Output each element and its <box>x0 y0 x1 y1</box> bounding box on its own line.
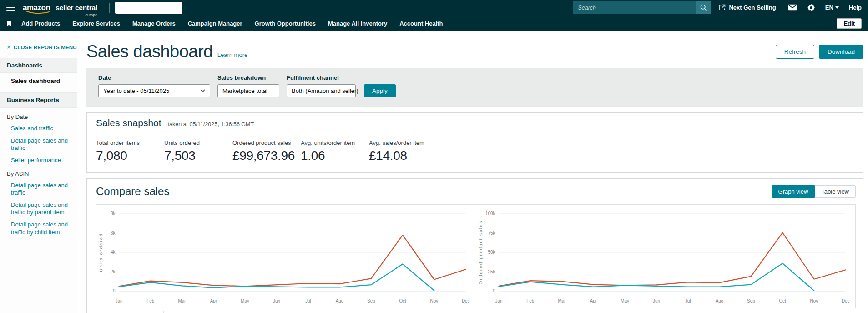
svg-text:50k: 50k <box>488 250 495 255</box>
learn-more-link[interactable]: Learn more <box>217 51 247 58</box>
date-filter-label: Date <box>98 74 210 81</box>
nav-campaign-manager[interactable]: Campaign Manager <box>188 20 242 27</box>
svg-text:Mar: Mar <box>558 298 566 303</box>
nav-manage-orders[interactable]: Manage Orders <box>132 20 176 27</box>
svg-text:Feb: Feb <box>526 298 535 303</box>
chevron-down-icon <box>835 6 839 9</box>
metric-label: Ordered product sales <box>232 139 301 146</box>
top-navigation-bar: amazon seller central europe Next Gen Se… <box>0 0 868 15</box>
language-label: EN <box>825 4 833 11</box>
gear-icon <box>807 4 815 12</box>
metric-units-ordered: Units ordered 7,503 <box>164 139 232 163</box>
search-input[interactable] <box>573 1 696 14</box>
svg-text:6k: 6k <box>111 231 115 236</box>
hamburger-menu-icon[interactable] <box>6 5 15 11</box>
search-icon <box>700 4 707 11</box>
apply-button[interactable]: Apply <box>364 84 396 97</box>
close-icon: × <box>7 44 10 51</box>
messages-button[interactable] <box>788 4 797 11</box>
svg-text:75k: 75k <box>488 231 495 236</box>
sidebar-item-detail-page-parent-item[interactable]: Detail page sales and traffic by parent … <box>0 197 77 216</box>
metric-value: £99,673.96 <box>232 149 301 163</box>
svg-text:Jan: Jan <box>116 298 123 303</box>
svg-text:Mar: Mar <box>178 298 187 303</box>
svg-text:Jan: Jan <box>495 298 502 303</box>
svg-text:Jul: Jul <box>305 298 311 303</box>
legend-divider <box>301 311 301 313</box>
sales-snapshot-card: Sales snapshot taken at 05/11/2025, 1:36… <box>86 112 863 173</box>
units-ordered-chart: 02k4k6k8kJanFebMarAprMayJunJulAugSepOctN… <box>96 205 476 308</box>
refresh-button[interactable]: Refresh <box>776 45 814 59</box>
svg-text:0: 0 <box>113 288 116 293</box>
help-link[interactable]: Help <box>849 4 862 11</box>
svg-text:Feb: Feb <box>146 298 155 303</box>
svg-text:0: 0 <box>493 288 495 293</box>
sidebar-section-business-reports: Business Reports <box>0 92 77 108</box>
channel-select-value: Both (Amazon and seller) <box>292 87 358 94</box>
global-search <box>573 1 711 14</box>
metric-avg-units-per-order: Avg. units/order item 1.06 <box>301 139 369 163</box>
sidebar-group-by-asin: By ASIN <box>0 164 77 177</box>
reports-sidebar: × CLOSE REPORTS MENU Dashboards Sales da… <box>0 31 77 313</box>
table-view-button[interactable]: Table view <box>815 185 856 198</box>
sidebar-item-seller-performance[interactable]: Seller performance <box>0 152 77 164</box>
svg-text:Oct: Oct <box>779 298 786 303</box>
svg-text:Dec: Dec <box>462 298 470 303</box>
page-title: Sales dashboard <box>86 42 213 62</box>
fulfilment-channel-select[interactable]: Both (Amazon and seller) <box>287 84 356 97</box>
logo-region-text: europe <box>85 13 97 17</box>
svg-text:May: May <box>241 298 249 303</box>
search-button[interactable] <box>696 1 711 14</box>
sidebar-item-detail-page-child-item[interactable]: Detail page sales and traffic by child i… <box>0 216 77 236</box>
snapshot-metrics: Total order items 7,080 Units ordered 7,… <box>87 133 863 172</box>
svg-text:Dec: Dec <box>841 298 849 303</box>
metric-label: Total order items <box>96 139 164 146</box>
metric-avg-sales-per-order: Avg. sales/order item £14.08 <box>369 139 437 163</box>
svg-text:25k: 25k <box>488 269 495 274</box>
close-reports-menu-button[interactable]: × CLOSE REPORTS MENU <box>0 31 77 51</box>
sales-snapshot-title: Sales snapshot <box>96 118 161 128</box>
main-content: Sales dashboard Learn more Refresh Downl… <box>77 31 868 313</box>
compare-sales-title: Compare sales <box>96 185 169 198</box>
svg-text:Nov: Nov <box>810 298 818 303</box>
filters-bar: Date Year to date - 05/11/2025 Sales bre… <box>86 68 863 107</box>
svg-text:Oct: Oct <box>399 298 406 303</box>
nav-manage-all-inventory[interactable]: Manage All Inventory <box>328 20 387 27</box>
view-toggle: Graph view Table view <box>772 185 856 198</box>
favorites-button[interactable] <box>6 20 11 27</box>
sidebar-item-sales-dashboard[interactable]: Sales dashboard <box>0 73 77 85</box>
metric-value: 7,080 <box>96 149 164 163</box>
legend-item-this-year: This year so far So far 7,503 Units £99,… <box>163 311 232 313</box>
next-gen-selling-label: Next Gen Selling <box>729 4 776 11</box>
bookmark-icon <box>6 20 11 27</box>
sidebar-item-detail-page-sales-traffic-asin[interactable]: Detail page sales and traffic <box>0 177 77 197</box>
logo-seller-central-text: seller central <box>56 4 97 12</box>
external-link-icon <box>719 4 726 11</box>
svg-text:Ordered product sales: Ordered product sales <box>478 221 483 285</box>
charts-container: 02k4k6k8kJanFebMarAprMayJunJulAugSepOctN… <box>96 204 856 308</box>
edit-nav-button[interactable]: Edit <box>837 18 862 29</box>
svg-text:100k: 100k <box>485 211 495 216</box>
sidebar-item-sales-and-traffic[interactable]: Sales and traffic <box>0 120 77 133</box>
download-button[interactable]: Download <box>819 45 863 59</box>
language-selector[interactable]: EN <box>825 4 839 11</box>
sales-breakdown-select[interactable]: Marketplace total <box>217 84 279 97</box>
marketplace-selector[interactable] <box>115 2 182 14</box>
graph-view-button[interactable]: Graph view <box>772 185 815 198</box>
nav-add-products[interactable]: Add Products <box>21 20 60 27</box>
nav-explore-services[interactable]: Explore Services <box>72 20 120 27</box>
svg-text:Nov: Nov <box>430 298 439 303</box>
sidebar-group-by-date: By Date <box>0 108 77 120</box>
chevron-down-icon <box>274 89 274 92</box>
svg-text:Jul: Jul <box>685 298 691 303</box>
nav-account-health[interactable]: Account Health <box>399 20 443 27</box>
nav-growth-opportunities[interactable]: Growth Opportunities <box>255 20 316 27</box>
svg-text:4k: 4k <box>111 250 115 255</box>
legend-item-last-year: Last year By end of year 16,257 Units £2… <box>232 311 301 313</box>
seller-central-logo[interactable]: amazon seller central europe <box>23 3 97 12</box>
date-select[interactable]: Year to date - 05/11/2025 <box>98 84 210 97</box>
sidebar-item-detail-page-sales-traffic-date[interactable]: Detail page sales and traffic <box>0 133 77 152</box>
next-gen-selling-link[interactable]: Next Gen Selling <box>719 4 776 11</box>
ordered-product-sales-chart: 025k50k75k100kJanFebMarAprMayJunJulAugSe… <box>476 205 856 308</box>
settings-button[interactable] <box>807 4 815 12</box>
